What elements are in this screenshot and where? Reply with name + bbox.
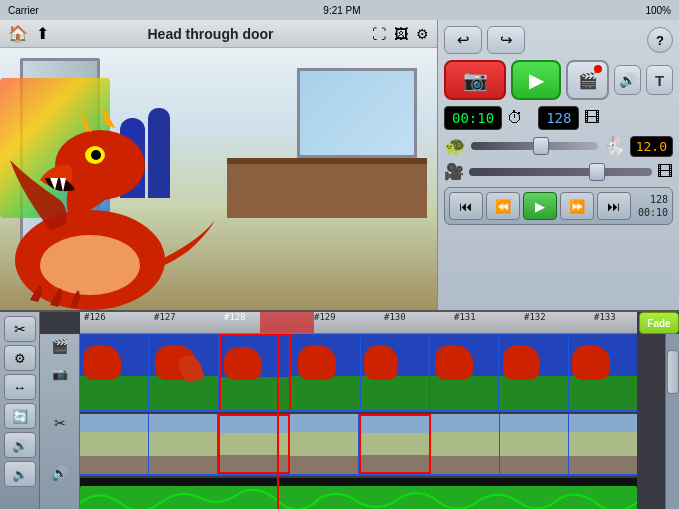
anim-cell-3-selected (219, 334, 291, 410)
anim-cell-7 (499, 334, 568, 410)
ruler-mark-129: #129 (314, 312, 336, 322)
camera-icon: 📷 (463, 68, 488, 92)
speed-slider-track[interactable] (471, 142, 598, 150)
clock-icon: ⏱ (507, 109, 523, 127)
undo-btn[interactable]: ↩ (444, 26, 482, 54)
video-cell-8 (569, 414, 637, 474)
next-btn[interactable]: ⏩ (560, 192, 594, 220)
audio-off-btn[interactable]: 🔉 (4, 461, 36, 487)
video-cell-6 (431, 414, 500, 474)
anim-cell-5 (361, 334, 430, 410)
help-btn[interactable]: ? (647, 27, 673, 53)
audio-btn[interactable]: 🔊 (4, 432, 36, 458)
svg-point-8 (40, 235, 140, 295)
fps-display: 12.0 (630, 136, 673, 157)
transport-play-btn[interactable]: ▶ (523, 192, 557, 220)
ruler-mark-127: #127 (154, 312, 176, 322)
video-export-btn[interactable]: 🎬 (566, 60, 609, 100)
video-track (80, 414, 637, 476)
skip-end-btn[interactable]: ⏭ (597, 192, 631, 220)
anim-cell-8 (569, 334, 637, 410)
ruler-mark-132: #132 (524, 312, 546, 322)
timeline-outer-toolbar: ✂ ⚙ ↔ 🔄 🔊 🔉 (0, 312, 40, 509)
dragon-overlay (0, 100, 220, 310)
page-title: Head through door (148, 26, 274, 42)
action-buttons-row: 📷 ▶ 🎬 🔊 T (444, 60, 673, 100)
transport-bar: ⏮ ⏪ ▶ ⏩ ⏭ 128 00:10 (444, 187, 673, 225)
scissors-btn[interactable]: ✂ (4, 316, 36, 342)
scrubber-row: 🎥 🎞 (444, 162, 673, 181)
timeline-inner-toolbar: 🎬 📷 ✂ 🔊 (40, 334, 80, 509)
frame-display: 128 (538, 106, 579, 130)
timer-display: 00:10 (444, 106, 502, 130)
ruler-mark-128: #128 (224, 312, 246, 322)
right-panel: ↩ ↪ ? 📷 ▶ 🎬 🔊 T 00:10 ⏱ 128 🎞 🐢 🐇 12.0 🎥 (437, 20, 679, 310)
expand-tracks-btn[interactable]: ↔ (4, 374, 36, 400)
video-cell-4 (290, 414, 359, 474)
fade-btn[interactable]: Fade (639, 312, 679, 334)
track-area (80, 334, 637, 509)
loop-btn[interactable]: 🔄 (4, 403, 36, 429)
transport-counter: 128 00:10 (638, 193, 668, 219)
speed-slider-thumb[interactable] (533, 137, 549, 155)
home-btn[interactable]: 🏠 (8, 24, 28, 43)
battery-label: 100% (645, 5, 671, 16)
svg-marker-6 (80, 110, 92, 132)
timeline-area: ✂ ⚙ ↔ 🔄 🔊 🔉 🎬 📷 ✂ 🔊 #126 #127 #128 #129 … (0, 310, 679, 509)
ruler-mark-131: #131 (454, 312, 476, 322)
video-preview (0, 48, 437, 310)
title-bar: 🏠 ⬆ Head through door ⛶ 🖼 ⚙ (0, 20, 437, 48)
video-cell-2 (149, 414, 218, 474)
skip-start-btn[interactable]: ⏮ (449, 192, 483, 220)
svg-rect-9 (80, 486, 637, 509)
anim-cell-4 (291, 334, 360, 410)
audio-track-icon: 🔊 (51, 465, 68, 481)
ruler-mark-133: #133 (594, 312, 616, 322)
share-btn[interactable]: ⬆ (36, 24, 49, 43)
transform-btn[interactable]: ⚙ (4, 345, 36, 371)
audio-track (80, 478, 637, 509)
movie-icon: 🎥 (444, 162, 464, 181)
svg-marker-7 (103, 105, 115, 128)
anim-cell-2 (149, 334, 218, 410)
animation-track (80, 334, 637, 412)
title-right-btns: ⛶ 🖼 ⚙ (372, 26, 429, 42)
export-icon[interactable]: 🖼 (394, 26, 408, 42)
svg-point-5 (91, 150, 101, 160)
anim-cell-1 (80, 334, 149, 410)
text-btn[interactable]: T (646, 65, 673, 95)
ruler-mark-130: #130 (384, 312, 406, 322)
video-cell-5-selected (359, 414, 431, 474)
window (297, 68, 417, 158)
scrubber-track[interactable] (469, 168, 652, 176)
video-cell-3-selected (218, 414, 290, 474)
prev-btn[interactable]: ⏪ (486, 192, 520, 220)
speaker-btn[interactable]: 🔊 (614, 65, 641, 95)
scissors-track-icon: ✂ (54, 415, 66, 431)
frame-ruler: #126 #127 #128 #129 #130 #131 #132 #133 (80, 312, 637, 334)
video-cell-7 (500, 414, 569, 474)
carrier-label: Carrier (8, 5, 39, 16)
play-btn[interactable]: ▶ (511, 60, 561, 100)
redo-btn[interactable]: ↪ (487, 26, 525, 54)
timeline-scrollbar[interactable] (665, 334, 679, 509)
record-btn[interactable]: 📷 (444, 60, 506, 100)
table (227, 158, 427, 218)
video-cell-1 (80, 414, 149, 474)
film-icon: 🎞 (584, 109, 600, 127)
title-left-btns: 🏠 ⬆ (8, 24, 49, 43)
rabbit-icon: 🐇 (603, 135, 625, 157)
anim-track-icon: 🎬 (51, 338, 68, 354)
speed-slider-row: 🐢 🐇 12.0 (444, 135, 673, 157)
expand-icon[interactable]: ⛶ (372, 26, 386, 42)
ruler-mark-126: #126 (84, 312, 106, 322)
settings-icon[interactable]: ⚙ (416, 26, 429, 42)
status-bar: Carrier 9:21 PM 100% (0, 0, 679, 20)
anim-cell-6 (430, 334, 499, 410)
rec-indicator (594, 65, 602, 73)
turtle-icon: 🐢 (444, 135, 466, 157)
playhead-line (277, 334, 279, 509)
scrubber-thumb[interactable] (589, 163, 605, 181)
scrollbar-thumb[interactable] (667, 350, 679, 394)
film-end-icon: 🎞 (657, 163, 673, 181)
